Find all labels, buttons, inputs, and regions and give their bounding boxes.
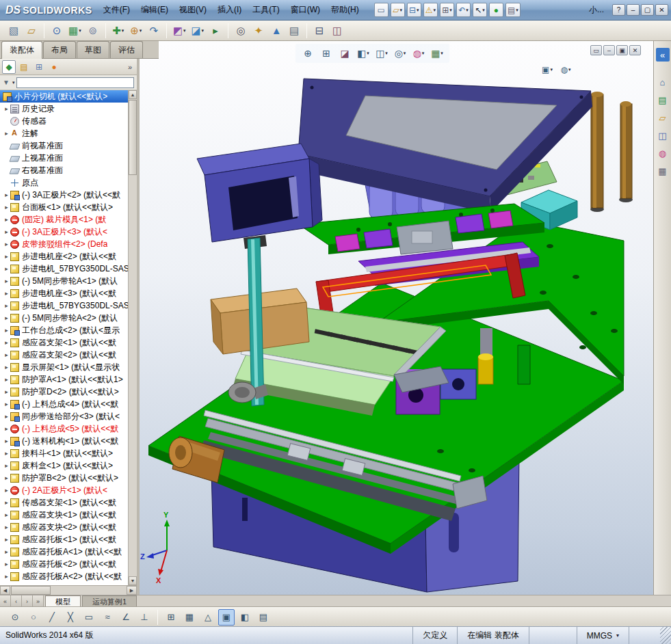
save-icon-dropdown[interactable]: ▾ — [417, 8, 419, 13]
spline-icon[interactable]: ≈ — [99, 609, 116, 626]
assembly-features-icon-dropdown[interactable]: ▾ — [183, 28, 186, 33]
expand-arrow-icon[interactable]: ▸ — [3, 105, 10, 112]
tab-装配体[interactable]: 装配体 — [1, 41, 42, 59]
scroll-up-icon[interactable]: ▲ — [129, 90, 137, 99]
scroll-left-icon[interactable]: ◀ — [0, 586, 10, 595]
tree-item-32[interactable]: ▸传感器支架<1> (默认<<默 — [0, 496, 128, 509]
viewport-restore-button[interactable]: ▣ — [616, 45, 628, 55]
displaymanager-tab[interactable]: ● — [47, 60, 61, 74]
hide-show-items-icon-dropdown[interactable]: ▾ — [404, 51, 406, 56]
move-component-icon[interactable]: ⊕▾ — [128, 23, 144, 39]
scroll-track[interactable] — [129, 99, 137, 576]
expand-arrow-icon[interactable]: ▸ — [3, 191, 10, 198]
tree-item-17[interactable]: ▸(-) 5M同步带轮A<2> (默认 — [0, 312, 128, 324]
section-view-icon[interactable]: ◪ — [337, 45, 353, 62]
expand-arrow-icon[interactable]: ▸ — [3, 204, 10, 211]
tree-item-25[interactable]: ▸同步带送给部分<3> (默认< — [0, 410, 128, 422]
model-canvas[interactable]: Y Z X — [140, 41, 653, 595]
select-arrow-icon-dropdown[interactable]: ▾ — [482, 8, 485, 13]
hscroll-track[interactable] — [10, 586, 127, 595]
select-arrow-icon[interactable]: ↖▾ — [473, 3, 487, 17]
expand-arrow-icon[interactable]: ▸ — [3, 388, 10, 395]
expand-arrow-icon[interactable]: ▸ — [3, 462, 10, 469]
tree-item-0[interactable]: ▸历史记录 — [0, 103, 128, 115]
screenshot-icon[interactable]: ▣▾ — [539, 62, 555, 78]
tab-评估[interactable]: 评估 — [110, 41, 143, 58]
expand-arrow-icon[interactable]: ▸ — [3, 474, 10, 481]
move-component-icon-dropdown[interactable]: ▾ — [140, 28, 142, 33]
tree-item-28[interactable]: ▸接料斗<1> (默认<<默认> — [0, 447, 128, 459]
menu-工具T[interactable]: 工具(T) — [247, 1, 285, 19]
expand-arrow-icon[interactable]: ▸ — [3, 265, 10, 272]
tree-item-3[interactable]: 前视基准面 — [0, 139, 128, 152]
viewport-close-button[interactable]: ✕ — [629, 45, 641, 55]
expand-arrow-icon[interactable]: ▸ — [3, 216, 10, 223]
expand-arrow-icon[interactable]: ▸ — [3, 130, 10, 137]
tree-vertical-scrollbar[interactable]: ▲ ▼ — [128, 90, 137, 585]
filter-icon[interactable]: ▼ — [3, 79, 10, 86]
cross-sketch-icon[interactable]: ╳ — [62, 609, 79, 626]
panel-expand-chevron[interactable]: » — [125, 63, 135, 71]
expand-arrow-icon[interactable]: ▸ — [3, 364, 10, 371]
expand-arrow-icon[interactable]: ▸ — [3, 450, 10, 457]
tree-item-14[interactable]: ▸(-) 5M同步带轮A<1> (默认 — [0, 275, 128, 287]
propertymanager-tab[interactable]: ▤ — [17, 60, 31, 74]
units-selector[interactable]: MMGS ▾ — [577, 627, 629, 644]
edit-appearance-icon[interactable]: ◍▾ — [410, 45, 427, 62]
angle-dimension-icon[interactable]: ∠ — [118, 609, 134, 626]
ortho-triangle-icon[interactable]: △ — [200, 609, 216, 626]
expand-arrow-icon[interactable]: ▸ — [3, 327, 10, 334]
featuremanager-tab[interactable]: ◆ — [2, 60, 16, 74]
plane-tool-icon[interactable]: ▣ — [218, 609, 235, 626]
tab-草图[interactable]: 草图 — [77, 41, 109, 58]
expand-arrow-icon[interactable]: ▸ — [3, 536, 10, 543]
first-tab-button[interactable]: « — [0, 595, 11, 607]
menu-编辑E[interactable]: 编辑(E) — [135, 1, 174, 19]
tree-item-13[interactable]: ▸步进电机_57BYG350DL-SASS — [0, 263, 128, 275]
appearance-target-icon[interactable]: ◍▾ — [557, 62, 574, 78]
reference-geometry-icon[interactable]: ◪▾ — [189, 23, 206, 39]
view-settings-icon[interactable]: ▧ — [5, 23, 22, 39]
expand-arrow-icon[interactable]: ▸ — [3, 499, 10, 506]
component-pattern-icon[interactable]: ▦▾ — [66, 23, 83, 39]
tree-item-11[interactable]: ▸皮带接驳组件<2> (Defa — [0, 238, 128, 250]
zoom-area-icon[interactable]: ⊞ — [318, 45, 334, 62]
model-support-post[interactable] — [518, 345, 530, 384]
expand-arrow-icon[interactable]: ▸ — [3, 228, 10, 235]
screenshot-icon-dropdown[interactable]: ▾ — [550, 67, 553, 72]
assembly-features-icon[interactable]: ◩▾ — [171, 23, 188, 39]
expand-arrow-icon[interactable]: ▸ — [3, 487, 10, 494]
expand-arrow-icon[interactable]: ▸ — [3, 438, 10, 444]
open-document-icon-dropdown[interactable]: ▾ — [400, 8, 403, 13]
file-explorer-icon[interactable]: ▱ — [656, 111, 670, 124]
show-hidden-icon[interactable]: ◎ — [233, 23, 249, 39]
rotate-component-icon[interactable]: ↷ — [146, 23, 162, 39]
tree-item-38[interactable]: ▸感应器托板A<2> (默认<<默 — [0, 570, 128, 582]
tree-item-21[interactable]: ▸显示屏架<1> (默认<显示状 — [0, 361, 128, 373]
tree-item-31[interactable]: ▸(-) 2A正极片<1> (默认< — [0, 484, 128, 496]
expand-arrow-icon[interactable]: ▸ — [3, 573, 10, 580]
viewport[interactable]: Y Z X ⊕⊞◪◧▾◫▾◎▾◍▾▦▾ ▣▾◍▾ ▭–▣✕ — [140, 41, 653, 595]
print-icon-dropdown[interactable]: ▾ — [449, 8, 452, 13]
expand-arrow-icon[interactable]: ▸ — [3, 339, 10, 346]
bom-icon[interactable]: ▤ — [286, 23, 302, 39]
motion-study-icon[interactable]: ▸ — [207, 23, 224, 39]
tree-item-10[interactable]: ▸(-) 3A正极片<3> (默认< — [0, 226, 128, 238]
instant3d-icon[interactable]: ▲ — [268, 23, 285, 39]
filter-dropdown-icon[interactable]: ▾ — [12, 80, 15, 85]
collapse-taskpane-icon[interactable]: « — [656, 48, 670, 62]
tree-item-30[interactable]: ▸防护罩B<2> (默认<<默认> — [0, 472, 128, 484]
tree-root-item[interactable]: 小片分切机 (默认<<默认> — [0, 90, 128, 103]
component-pattern-icon-dropdown[interactable]: ▾ — [79, 28, 81, 33]
expand-arrow-icon[interactable]: ▸ — [3, 376, 10, 383]
tree-item-27[interactable]: ▸(-) 送料机构<1> (默认<<默 — [0, 435, 128, 447]
expand-arrow-icon[interactable]: ▸ — [3, 290, 10, 297]
expand-arrow-icon[interactable]: ▸ — [3, 548, 10, 555]
model-yellow-cylinder[interactable] — [478, 353, 493, 384]
menu-文件F[interactable]: 文件(F) — [98, 1, 135, 19]
grid-icon[interactable]: ⊞ — [163, 609, 179, 626]
viewport-dock-button[interactable]: ▭ — [590, 45, 602, 55]
apply-scene-icon-dropdown[interactable]: ▾ — [440, 51, 443, 56]
open-part-icon[interactable]: ▱ — [23, 23, 40, 39]
expand-arrow-icon[interactable]: ▸ — [3, 511, 10, 518]
